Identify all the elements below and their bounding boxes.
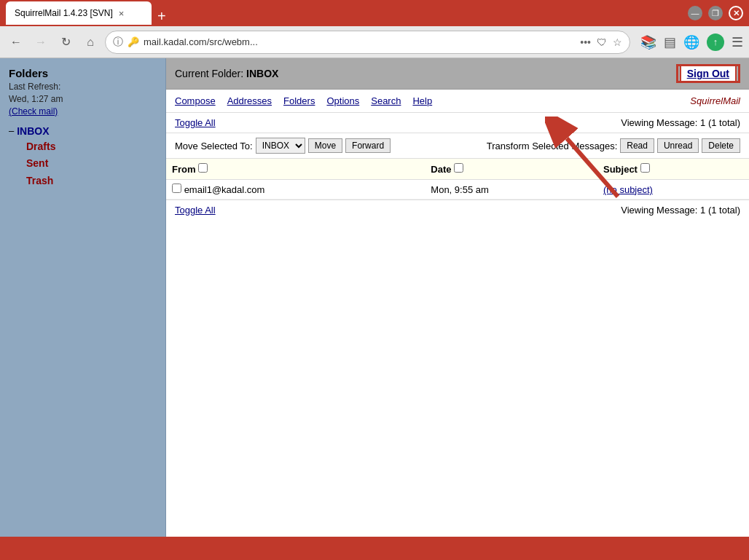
from-header: From	[166, 159, 425, 180]
current-folder-bar: Current Folder: INBOX Sign Out	[166, 58, 749, 90]
viewing-message-top: Viewing Message: 1 (1 total)	[621, 117, 740, 128]
browser-tab[interactable]: SquirrelMail 1.4.23 [SVN] ×	[6, 1, 152, 25]
folder-list: – INBOX Drafts Sent Trash	[9, 125, 157, 190]
info-icon: ⓘ	[113, 36, 123, 49]
inbox-link[interactable]: INBOX	[17, 125, 49, 137]
close-button[interactable]: ✕	[729, 6, 743, 20]
sidebar: Folders Last Refresh: Wed, 1:27 am (Chec…	[0, 58, 166, 537]
help-link[interactable]: Help	[412, 95, 432, 106]
toggle-bar-top: Toggle All Viewing Message: 1 (1 total)	[166, 113, 749, 133]
table-row: email1@kadal.com Mon, 9:55 am (no subjec…	[166, 180, 749, 200]
back-icon: ←	[10, 36, 22, 49]
squirrelmail-logo: SquirrelMail	[690, 95, 740, 106]
trash-folder-link[interactable]: Trash	[9, 173, 157, 190]
drafts-folder-link[interactable]: Drafts	[9, 138, 157, 156]
date-checkbox[interactable]	[454, 163, 463, 173]
pocket-icon: 🛡	[597, 36, 607, 48]
email-from: email1@kadal.com	[184, 184, 265, 195]
sent-folder-link[interactable]: Sent	[9, 155, 157, 173]
date-header: Date	[425, 159, 597, 180]
transform-label: Transform Selected Messages:	[487, 141, 617, 151]
email-select-checkbox[interactable]	[172, 184, 181, 193]
inbox-folder-item[interactable]: – INBOX	[9, 125, 157, 137]
move-left: Move Selected To: INBOX Move Forward	[175, 138, 391, 154]
sign-out-button[interactable]: Sign Out	[680, 65, 737, 82]
tab-close-icon[interactable]: ×	[119, 8, 125, 19]
email-subject-cell: (no subject)	[597, 180, 749, 200]
reload-button[interactable]: ↻	[55, 32, 76, 52]
unread-button[interactable]: Unread	[657, 138, 699, 153]
lock-icon: 🔑	[128, 36, 139, 47]
from-checkbox[interactable]	[198, 163, 208, 173]
current-folder-text: Current Folder: INBOX	[175, 68, 278, 79]
back-button[interactable]: ←	[6, 32, 26, 52]
dash-icon: –	[9, 125, 14, 136]
address-bar[interactable]: ⓘ 🔑 mail.kadal.com/src/webm... ••• 🛡 ☆	[105, 31, 630, 54]
read-button[interactable]: Read	[620, 138, 654, 153]
toggle-bar-bottom: Toggle All Viewing Message: 1 (1 total)	[166, 200, 749, 220]
menu-icon[interactable]: ☰	[732, 34, 743, 50]
folders-link[interactable]: Folders	[283, 95, 315, 106]
sidebar-icon[interactable]: ▤	[664, 34, 676, 50]
nav-links-bar: Compose Addresses Folders Options Search…	[166, 90, 749, 113]
email-date-cell: Mon, 9:55 am	[425, 180, 597, 200]
delete-button[interactable]: Delete	[702, 138, 740, 153]
library-icon[interactable]: 📚	[640, 34, 656, 50]
subject-header: Subject	[597, 159, 749, 180]
ellipsis-icon: •••	[580, 36, 591, 48]
last-refresh-label: Last Refresh: Wed, 1:27 am	[9, 81, 157, 106]
sidebar-title: Folders	[9, 67, 157, 79]
maximize-button[interactable]: ❐	[708, 6, 723, 20]
main-email-panel: Current Folder: INBOX Sign Out Compose A…	[166, 58, 749, 537]
maximize-icon: ❐	[712, 9, 719, 18]
compose-link[interactable]: Compose	[175, 95, 216, 106]
email-table: From Date Subject	[166, 159, 749, 200]
toggle-all-link-bottom[interactable]: Toggle All	[175, 205, 216, 216]
forward-button[interactable]: →	[31, 32, 51, 52]
move-button[interactable]: Move	[308, 138, 342, 153]
tab-title: SquirrelMail 1.4.23 [SVN]	[15, 8, 113, 18]
email-list: email1@kadal.com Mon, 9:55 am (no subjec…	[166, 180, 749, 200]
close-icon: ✕	[733, 9, 740, 18]
home-icon: ⌂	[87, 36, 94, 49]
email-from-cell: email1@kadal.com	[166, 180, 425, 200]
minimize-button[interactable]: —	[688, 6, 702, 20]
addresses-link[interactable]: Addresses	[227, 95, 272, 106]
url-text: mail.kadal.com/src/webm...	[144, 36, 576, 47]
forward-icon: →	[35, 36, 47, 49]
subject-checkbox[interactable]	[640, 163, 650, 173]
email-subject-link[interactable]: (no subject)	[603, 184, 653, 195]
forward-button-action[interactable]: Forward	[345, 138, 391, 153]
move-bar: Move Selected To: INBOX Move Forward Tra…	[166, 133, 749, 159]
move-right: Transform Selected Messages: Read Unread…	[487, 138, 740, 153]
check-mail-link[interactable]: (Check mail)	[9, 106, 58, 117]
new-tab-button[interactable]: +	[152, 8, 172, 25]
toggle-all-link-top[interactable]: Toggle All	[175, 117, 216, 128]
options-link[interactable]: Options	[326, 95, 359, 106]
minimize-icon: —	[691, 9, 699, 17]
bookmark-icon: ☆	[613, 36, 622, 48]
globe-icon[interactable]: 🌐	[683, 34, 699, 50]
sync-icon[interactable]: ↑	[707, 33, 724, 51]
table-header-row: From Date Subject	[166, 159, 749, 180]
move-selected-label: Move Selected To:	[175, 141, 253, 151]
current-folder-name: INBOX	[246, 68, 278, 79]
move-select-dropdown[interactable]: INBOX	[256, 138, 305, 154]
search-link[interactable]: Search	[371, 95, 401, 106]
viewing-message-bottom: Viewing Message: 1 (1 total)	[621, 205, 740, 216]
home-button[interactable]: ⌂	[80, 32, 101, 52]
reload-icon: ↻	[61, 35, 71, 49]
